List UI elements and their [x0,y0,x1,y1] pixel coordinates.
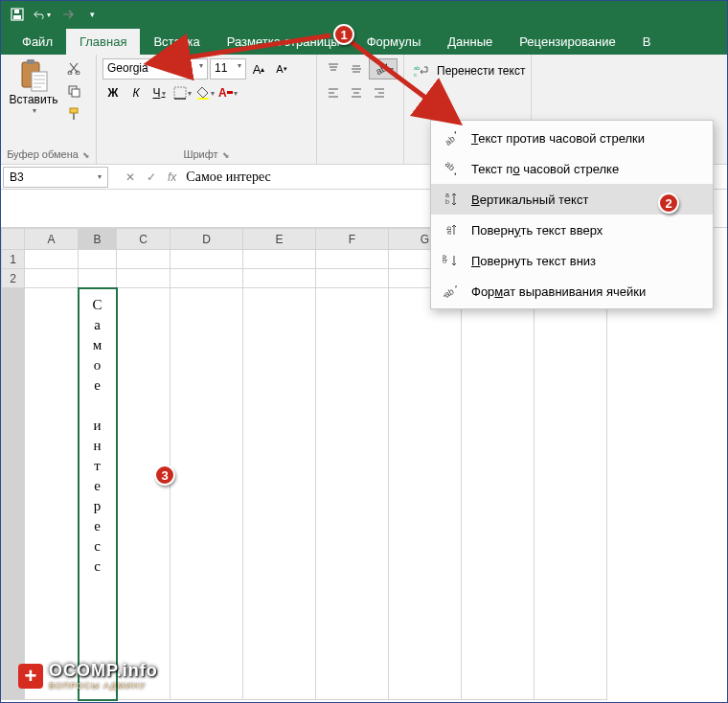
menu-angle-cw[interactable]: ab Текст по часовой стрелке [431,153,713,184]
dialog-launcher-icon[interactable]: ⬊ [82,150,90,160]
cell-A3[interactable] [25,288,79,700]
cell-B3[interactable]: Самое интересс [79,288,117,700]
svg-rect-4 [27,59,34,64]
svg-text:a: a [445,192,449,198]
paste-button[interactable]: Вставить ▾ [7,58,60,124]
cell-G3[interactable] [389,288,462,700]
tab-layout[interactable]: Разметка страницы [214,29,353,55]
cell-D1[interactable] [171,250,243,269]
cell-F2[interactable] [316,269,389,288]
menu-label: Текст против часовой стрелки [471,131,645,146]
tab-insert[interactable]: Вставка [140,29,213,55]
dialog-launcher-icon[interactable]: ⬊ [222,150,230,160]
tab-formulas[interactable]: Формулы [353,29,435,55]
qat-customize-icon[interactable]: ▾ [83,6,101,23]
tab-data[interactable]: Данные [434,29,506,55]
cell-E2[interactable] [243,269,316,288]
watermark: + OCOMP.info ВОПРОСЫ АДМИНУ [18,661,158,691]
col-header-A[interactable]: A [25,229,79,250]
col-header-F[interactable]: F [316,229,389,250]
fx-icon[interactable]: fx [168,170,176,184]
align-right-icon[interactable] [369,82,390,103]
align-top-icon[interactable] [323,58,344,79]
font-group-label: Шрифт⬊ [102,147,310,162]
align-middle-icon[interactable] [346,58,367,79]
bold-button[interactable]: Ж [102,82,124,103]
cell-C3[interactable] [117,288,171,700]
tab-home[interactable]: Главная [66,29,140,55]
select-all-corner[interactable] [2,229,25,250]
cell-D2[interactable] [171,269,243,288]
svg-rect-11 [174,87,186,99]
menu-angle-ccw[interactable]: ab Текст против часовой стрелки [431,123,713,153]
paste-dropdown-icon[interactable]: ▾ [33,106,36,115]
paste-icon [18,58,49,93]
align-left-icon[interactable] [323,82,344,103]
cell-I3[interactable] [535,288,607,700]
cut-icon[interactable] [64,58,83,78]
row-header-1[interactable]: 1 [2,250,25,269]
svg-text:c: c [414,72,417,78]
cell-C1[interactable] [117,250,171,269]
underline-button[interactable]: Ч▾ [148,82,170,103]
menu-label: Повернуть текст вниз [471,254,596,268]
watermark-title: OCOMP.info [49,661,158,681]
col-header-C[interactable]: C [117,229,171,250]
cell-A1[interactable] [25,250,79,269]
cell-F3[interactable] [316,288,389,700]
cell-B2[interactable] [79,269,117,288]
menu-format-alignment[interactable]: ab Формат выравнивания ячейки [431,276,713,306]
increase-font-icon[interactable]: A▴ [248,58,269,79]
wrap-text-label[interactable]: Перенести текст [437,64,525,78]
cell-C2[interactable] [117,269,171,288]
row-header-3[interactable] [2,288,25,700]
cell-B1[interactable] [79,250,117,269]
align-center-icon[interactable] [346,82,367,103]
menu-rotate-down[interactable]: ab Повернуть текст вниз [431,245,713,276]
cancel-formula-icon[interactable]: ✕ [125,170,135,184]
cell-E3[interactable] [243,288,316,700]
menu-label: Вертикальный текст [471,193,588,207]
save-icon[interactable] [9,6,26,23]
group-font: Georgia ▾ 11 ▾ A▴ A▾ Ж К Ч▾ ▾ ▾ A▾ Шрифт… [97,55,317,164]
tab-view[interactable]: В [629,29,665,55]
svg-rect-13 [197,98,209,100]
col-header-D[interactable]: D [171,229,243,250]
svg-text:ab: ab [414,65,421,71]
format-painter-icon[interactable] [64,104,83,124]
decrease-font-icon[interactable]: A▾ [271,58,292,79]
font-name-select[interactable]: Georgia ▾ [102,58,208,79]
font-size-select[interactable]: 11 ▾ [210,58,246,79]
tab-review[interactable]: Рецензирование [506,29,628,55]
menu-rotate-up[interactable]: ab Повернуть текст вверх [431,215,713,245]
cell-F1[interactable] [316,250,389,269]
callout-badge-2: 2 [658,193,679,214]
svg-rect-2 [14,10,19,13]
cell-A2[interactable] [25,269,79,288]
col-header-B[interactable]: B [79,229,117,250]
tab-file[interactable]: Файл [9,29,66,55]
orientation-button[interactable]: ab▾ [369,58,398,79]
redo-icon[interactable] [58,6,76,23]
cell-D3[interactable] [171,288,243,700]
font-color-button[interactable]: A▾ [217,82,239,103]
svg-text:ab: ab [442,255,449,263]
undo-icon[interactable]: ▾ [34,6,51,23]
paste-label: Вставить [10,93,58,106]
svg-text:ab: ab [443,286,456,300]
copy-icon[interactable] [64,81,83,101]
menu-label: Текст по часовой стрелке [471,162,619,176]
wrap-text-icon[interactable]: abc [410,60,431,81]
fill-color-button[interactable]: ▾ [194,82,216,103]
row-header-2[interactable]: 2 [2,269,25,288]
cell-E1[interactable] [243,250,316,269]
svg-rect-9 [72,89,80,97]
name-box[interactable]: B3▾ [3,167,108,188]
cell-H3[interactable] [462,288,535,700]
ribbon-tabs: Файл Главная Вставка Разметка страницы Ф… [1,28,727,55]
border-button[interactable]: ▾ [171,82,193,103]
col-header-E[interactable]: E [243,229,316,250]
italic-button[interactable]: К [125,82,147,103]
title-bar: ▾ ▾ [1,1,727,28]
enter-formula-icon[interactable]: ✓ [147,170,156,184]
